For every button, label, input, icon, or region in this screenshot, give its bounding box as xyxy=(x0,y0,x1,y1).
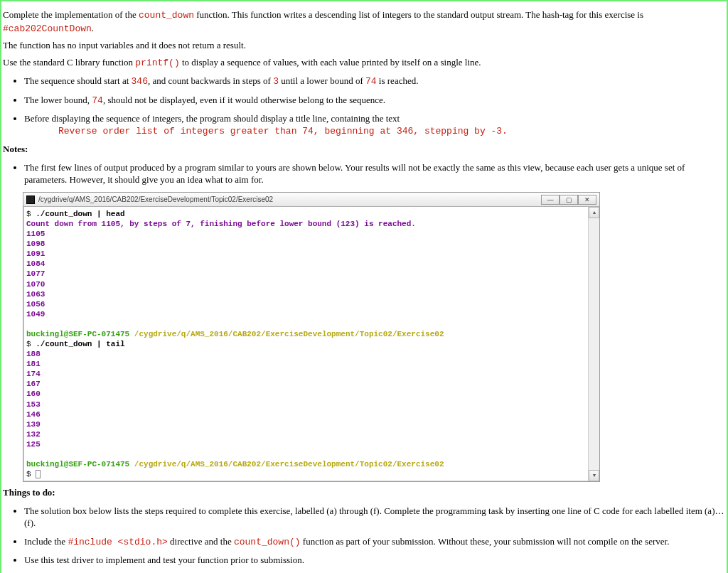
window-controls: — ▢ ✕ xyxy=(541,195,596,205)
text: is reached. xyxy=(377,75,419,86)
output-val: 1105 xyxy=(26,230,45,238)
terminal-content[interactable]: $ ./count_down | head Count down from 11… xyxy=(23,207,588,481)
text: function. This function writes a descend… xyxy=(194,9,643,20)
scroll-track[interactable] xyxy=(589,218,599,470)
text: directive and the xyxy=(168,536,234,547)
output-val: 174 xyxy=(26,370,41,378)
intro-paragraph-2: The function has no input variables and … xyxy=(3,39,725,52)
output-val: 1049 xyxy=(26,310,45,318)
code-346: 346 xyxy=(132,76,148,87)
text: Complete the implementation of the xyxy=(3,9,139,20)
list-item: Include the #include <stdio.h> directive… xyxy=(24,535,725,549)
exercise-document: Complete the implementation of the count… xyxy=(0,0,728,573)
prompt-path: /cygdrive/q/AMS_2016/CAB202/ExerciseDeve… xyxy=(129,330,444,338)
code-printf: printf() xyxy=(135,58,179,68)
text: Use the standard C library function xyxy=(3,57,135,68)
output-val: 160 xyxy=(26,390,41,398)
intro-paragraph-3: Use the standard C library function prin… xyxy=(3,56,725,70)
list-item: The lower bound, 74, should not be displ… xyxy=(24,94,725,107)
text: , should not be displayed, even if it wo… xyxy=(103,95,385,105)
terminal-titlebar[interactable]: /cygdrive/q/AMS_2016/CAB202/ExerciseDeve… xyxy=(23,193,599,207)
code-count-down: count_down xyxy=(139,10,194,21)
terminal-window: /cygdrive/q/AMS_2016/CAB202/ExerciseDeve… xyxy=(23,192,600,482)
code-hashtag: #cab202CountDown xyxy=(3,23,92,34)
output-val: 1084 xyxy=(26,259,45,268)
output-val: 1077 xyxy=(26,269,45,278)
requirements-list: The sequence should start at 346, and co… xyxy=(3,75,725,137)
prompt-path: /cygdrive/q/AMS_2016/CAB202/ExerciseDeve… xyxy=(129,460,444,468)
maximize-button[interactable]: ▢ xyxy=(560,195,578,205)
text: . xyxy=(92,23,94,33)
text: to display a sequence of values, with ea… xyxy=(180,57,481,68)
cursor-icon xyxy=(36,470,41,478)
prompt-userhost: buckingl@SEF-PC-071475 xyxy=(26,330,129,338)
output-val: 167 xyxy=(26,380,41,388)
output-val: 1063 xyxy=(26,290,45,299)
list-item: The sequence should start at 346, and co… xyxy=(24,75,725,88)
scroll-up-button[interactable]: ▴ xyxy=(589,207,599,218)
text: until a lower bound of xyxy=(279,75,365,86)
cmd: ./count_down | head xyxy=(36,210,124,218)
todo-list: The solution box below lists the steps r… xyxy=(3,505,725,567)
output-val: 146 xyxy=(26,410,41,419)
output-val: 1056 xyxy=(26,300,45,309)
output-val: 1098 xyxy=(26,240,45,248)
output-val: 139 xyxy=(26,420,41,429)
notes-heading: Notes: xyxy=(3,143,725,156)
output-val: 1091 xyxy=(26,250,45,258)
code-74b: 74 xyxy=(92,95,103,106)
prompt: $ xyxy=(26,210,36,218)
cmd: ./count_down | tail xyxy=(36,340,124,348)
output-val: 153 xyxy=(26,400,41,409)
text: Include the xyxy=(24,536,68,547)
text: The lower bound, xyxy=(24,95,92,105)
terminal-icon xyxy=(26,196,35,204)
text: function as part of your submission. Wit… xyxy=(301,536,670,547)
list-item: Use this test driver to implement and te… xyxy=(24,554,725,567)
close-button[interactable]: ✕ xyxy=(578,195,596,205)
code-3: 3 xyxy=(273,76,279,87)
text: The sequence should start at xyxy=(24,75,132,86)
output-val: 125 xyxy=(26,440,41,449)
notes-list: The first few lines of output produced b… xyxy=(3,161,725,186)
minimize-button[interactable]: — xyxy=(541,195,560,205)
output-val: 132 xyxy=(26,430,41,439)
title-line-code: Reverse order list of integers greater t… xyxy=(58,125,725,138)
list-item: The first few lines of output produced b… xyxy=(24,161,725,186)
intro-paragraph-1: Complete the implementation of the count… xyxy=(3,9,725,35)
list-item: The solution box below lists the steps r… xyxy=(24,505,725,530)
list-item: Before displaying the sequence of intege… xyxy=(24,112,725,137)
code-countdown-fn: count_down() xyxy=(234,537,301,547)
things-heading: Things to do: xyxy=(3,486,725,499)
text: Before displaying the sequence of intege… xyxy=(24,113,400,124)
output-val: 188 xyxy=(26,350,41,358)
prompt: $ xyxy=(26,340,36,348)
scrollbar[interactable]: ▴ ▾ xyxy=(588,207,599,481)
output-header: Count down from 1105, by steps of 7, fin… xyxy=(26,220,416,228)
terminal-body: $ ./count_down | head Count down from 11… xyxy=(23,207,599,481)
text: , and count backwards in steps of xyxy=(148,75,273,86)
prompt: $ xyxy=(26,470,36,478)
code-include: #include <stdio.h> xyxy=(68,537,167,547)
scroll-down-button[interactable]: ▾ xyxy=(589,470,599,481)
output-val: 1070 xyxy=(26,280,45,289)
code-74: 74 xyxy=(365,76,377,87)
output-val: 181 xyxy=(26,360,41,368)
terminal-title: /cygdrive/q/AMS_2016/CAB202/ExerciseDeve… xyxy=(38,196,273,203)
prompt-userhost: buckingl@SEF-PC-071475 xyxy=(26,460,129,468)
